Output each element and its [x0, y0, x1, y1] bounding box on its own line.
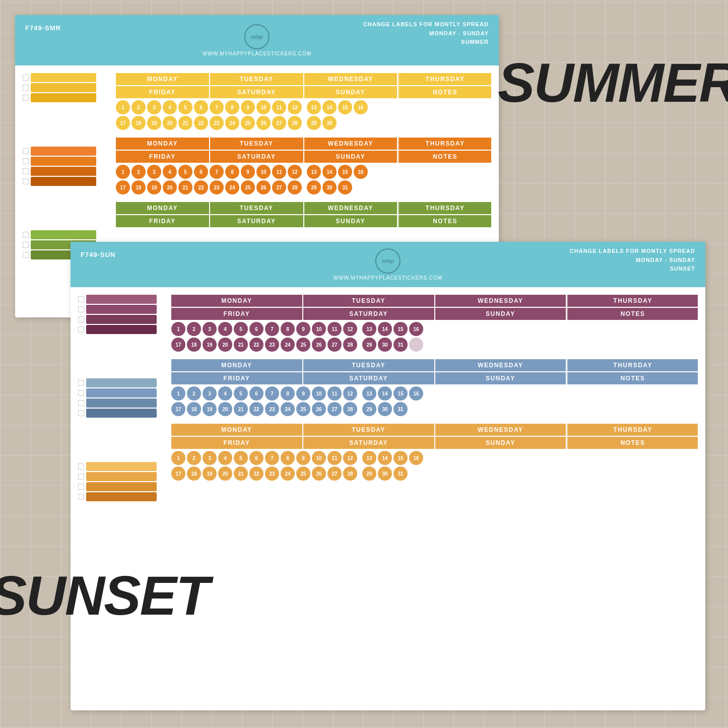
green-day-thursday: THURSDAY [398, 202, 491, 214]
day-notes: NOTES [398, 86, 491, 98]
o-num-7: 7 [210, 165, 224, 179]
b-24: 24 [281, 402, 295, 416]
green-day-notes: NOTES [398, 215, 491, 227]
swatch-row [23, 93, 96, 102]
sunset-logo: mhp WWW.MYHAPPYPLACESTICKERS.COM [334, 248, 442, 281]
swatch-checkbox [23, 158, 29, 164]
sunset-header-line2: MONDAY - SUNDAY [570, 256, 695, 265]
b-6: 6 [249, 386, 263, 401]
green-day-friday: FRIDAY [116, 215, 209, 227]
num-18: 18 [131, 116, 146, 130]
m-12: 12 [343, 322, 357, 336]
swatch-bar-peach-2 [86, 472, 157, 481]
day-thursday: THURSDAY [398, 73, 491, 85]
o-num-30: 30 [322, 180, 337, 194]
blue-row-2: 17 18 19 20 21 22 23 24 25 26 27 28 29 3… [171, 402, 698, 416]
swatch-row [78, 295, 157, 304]
summer-header-info: CHANGE LABELS FOR MONTLY SPREAD MONDAY -… [363, 20, 489, 47]
swatch-row [78, 378, 157, 387]
mauve-friday: FRIDAY [171, 308, 302, 320]
swatch-checkbox [23, 95, 29, 101]
orange-row-2: 17 18 19 20 21 22 23 24 25 26 27 28 29 3… [116, 180, 491, 194]
mauve-sunday: SUNDAY [435, 308, 566, 320]
peach-row-1: 1 2 3 4 5 6 7 8 9 10 11 12 13 14 15 16 [171, 451, 698, 465]
o-num-13: 13 [307, 165, 321, 179]
m-extra [409, 338, 423, 352]
swatch-checkbox [23, 178, 29, 184]
green-day-monday: MONDAY [116, 202, 209, 214]
sunset-title: SUNSET [0, 563, 209, 627]
swatch-checkbox [78, 400, 84, 406]
separator [303, 180, 305, 194]
p-19: 19 [203, 467, 217, 481]
swatch-row [78, 305, 157, 314]
peach-tuesday: TUESDAY [303, 424, 434, 436]
swatch-checkbox [78, 464, 84, 470]
num-12: 12 [288, 100, 302, 114]
p-9: 9 [296, 451, 310, 465]
swatch-bar-green-1 [31, 230, 96, 239]
o-num-26: 26 [256, 180, 271, 194]
o-num-17: 17 [116, 180, 130, 194]
blue-tuesday: TUESDAY [303, 359, 434, 371]
m-5: 5 [234, 322, 248, 336]
b-5: 5 [234, 386, 248, 401]
swatch-checkbox [78, 474, 84, 480]
b-26: 26 [312, 402, 326, 416]
o-num-8: 8 [225, 165, 239, 179]
sunset-header-line3: SUNSET [570, 264, 695, 274]
day-headers-row2: FRIDAY SATURDAY SUNDAY NOTES [116, 86, 491, 98]
num-22: 22 [194, 116, 208, 130]
num-7: 7 [210, 100, 224, 114]
o-num-10: 10 [256, 165, 271, 179]
sunset-logo-circle: mhp [375, 248, 401, 274]
m-22: 22 [249, 338, 263, 352]
p-22: 22 [249, 467, 263, 481]
o-num-29: 29 [307, 180, 321, 194]
blue-saturday: SATURDAY [303, 372, 434, 384]
swatch-bar-peach-4 [86, 492, 157, 501]
swatch-row [78, 388, 157, 398]
p-12: 12 [343, 451, 357, 465]
o-num-4: 4 [163, 165, 177, 179]
swatch-checkbox [23, 168, 29, 174]
orange-day-tuesday: TUESDAY [210, 138, 303, 150]
o-num-23: 23 [210, 180, 224, 194]
number-row-2: 17 18 19 20 21 22 23 24 25 26 27 28 29 3… [116, 116, 491, 130]
m-28: 28 [343, 338, 357, 352]
o-num-9: 9 [241, 165, 255, 179]
swatch-checkbox [78, 316, 84, 322]
green-day-saturday: SATURDAY [210, 215, 303, 227]
orange-day-thursday: THURSDAY [398, 138, 491, 150]
num-29: 29 [307, 116, 321, 130]
num-26: 26 [256, 116, 271, 130]
sunset-header-info: CHANGE LABELS FOR MONTLY SPREAD MONDAY -… [570, 247, 695, 274]
b-4: 4 [218, 386, 232, 401]
blue-friday: FRIDAY [171, 372, 302, 384]
o-num-22: 22 [194, 180, 208, 194]
separator [303, 100, 305, 114]
p-13: 13 [362, 451, 376, 465]
mauve-row-2: 17 18 19 20 21 22 23 24 25 26 27 28 29 3… [171, 338, 698, 352]
swatch-checkbox [78, 410, 84, 416]
swatch-row [23, 157, 96, 166]
swatch-checkbox [78, 306, 84, 312]
p-6: 6 [249, 451, 263, 465]
b-3: 3 [203, 386, 217, 401]
p-16: 16 [409, 451, 423, 465]
p-18: 18 [187, 467, 201, 481]
green-day-wednesday: WEDNESDAY [304, 202, 398, 214]
mauve-notes: NOTES [567, 308, 698, 320]
num-5: 5 [178, 100, 192, 114]
p-8: 8 [281, 451, 295, 465]
swatch-row [78, 409, 157, 418]
peach-number-rows: 1 2 3 4 5 6 7 8 9 10 11 12 13 14 15 16 [171, 451, 698, 481]
swatch-checkbox [23, 252, 29, 258]
num-8: 8 [225, 100, 239, 114]
p-24: 24 [281, 467, 295, 481]
o-num-31: 31 [338, 180, 352, 194]
green-day-headers-row1: MONDAY TUESDAY WEDNESDAY THURSDAY [116, 202, 491, 214]
num-28: 28 [288, 116, 302, 130]
m-13: 13 [362, 322, 376, 336]
m-2: 2 [187, 322, 201, 336]
